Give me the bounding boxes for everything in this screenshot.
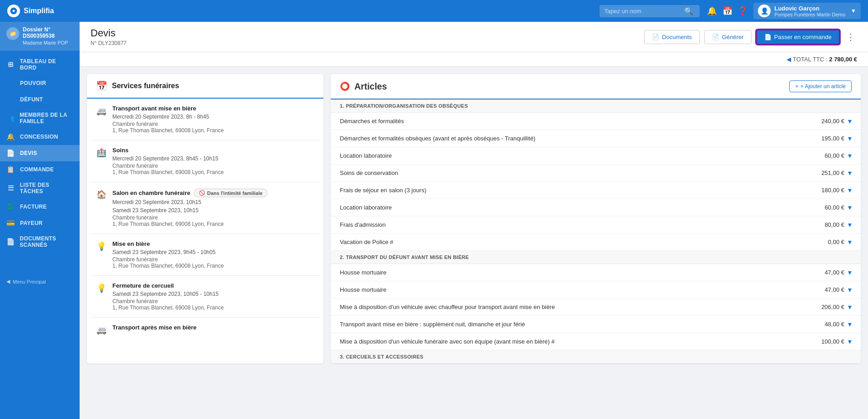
sidebar-item-tableau-de-bord[interactable]: ⊞ Tableau De Bord [0, 54, 80, 75]
notifications-icon[interactable]: 🔔 [707, 6, 717, 16]
service-title: Transport après mise en bière [112, 324, 197, 331]
chevron-down-icon[interactable]: ▾ [848, 337, 852, 346]
sidebar-item-defunt[interactable]: 👤 Défunt [0, 91, 80, 108]
total-bar: ◀ TOTAL TTC : 2 780,00 € [80, 52, 868, 67]
chevron-left-icon: ◀ [6, 279, 10, 284]
person-icon: 👤 [6, 79, 15, 87]
chevron-down-icon[interactable]: ▾ [848, 303, 852, 311]
sidebar-item-payeur[interactable]: 💳 Payeur [0, 215, 80, 231]
service-location: Chambre funéraire1, Rue Thomas Blanchet,… [112, 214, 267, 227]
chevron-down-icon[interactable]: ▾ [848, 285, 852, 294]
article-row: Mise à disposition d'un véhicule avec ch… [331, 299, 861, 316]
service-title: Transport avant mise en bière [112, 105, 224, 112]
sidebar-item-label: Commande [20, 166, 54, 173]
service-item: 🏥 Soins Mercredi 20 Septembre 2023, 8h45… [91, 140, 320, 182]
navbar: Simplifia 🔍 🔔 📅 ❓ 👤 Ludovic Garçon Pompe… [0, 0, 868, 22]
articles-panel-title: Articles [354, 81, 387, 92]
service-title: Soins [112, 147, 224, 154]
article-row: Vacation de Police # 0,00 € ▾ [331, 234, 861, 251]
person-icon: 👤 [6, 95, 15, 104]
sidebar-item-devis[interactable]: 📄 Devis [0, 145, 80, 161]
service-item: 🚐 Transport après mise en bière [91, 318, 320, 341]
service-item: 🏠 Salon en chambre funéraire 🚫 Dans l'in… [91, 182, 320, 234]
chevron-down-icon[interactable]: ▾ [848, 169, 852, 177]
grid-icon: ⊞ [6, 60, 15, 69]
menu-principal-label: Menu Principal [13, 279, 46, 284]
chevron-down-icon[interactable]: ▾ [848, 320, 852, 329]
soins-icon: 🏥 [96, 148, 107, 158]
chevron-down-icon[interactable]: ▾ [848, 203, 852, 212]
total-arrow-icon: ◀ [787, 56, 791, 63]
tasks-icon: ☰ [6, 184, 15, 192]
avatar: 👤 [758, 5, 771, 17]
app-name: Simplifia [24, 7, 54, 15]
chevron-down-icon[interactable]: ▾ [848, 134, 852, 143]
salon-icon: 🏠 [96, 190, 107, 200]
documents-button[interactable]: 📄 Documents [644, 30, 700, 44]
transport-apres-icon: 🚐 [96, 325, 107, 335]
services-panel: 📅 Services funéraires 🚐 Transport avant … [87, 74, 323, 364]
dossier-name: Madame Marie POP [23, 40, 73, 45]
sidebar-item-pouvoir[interactable]: 👤 Pouvoir [0, 75, 80, 91]
chevron-down-icon[interactable]: ▾ [848, 238, 852, 246]
cart-icon: 📄 [764, 34, 772, 40]
sidebar-item-membres-famille[interactable]: 👥 Membres De La Famille [0, 108, 80, 129]
page-header-left: Devis N° DLY230877 [91, 27, 126, 46]
app-logo[interactable]: Simplifia [7, 5, 54, 17]
help-icon[interactable]: ❓ [738, 6, 748, 16]
sidebar-menu-principal[interactable]: ◀ Menu Principal [6, 279, 80, 284]
chevron-down-icon[interactable]: ▾ [848, 117, 852, 125]
calendar-icon[interactable]: 📅 [722, 6, 732, 16]
bell-icon: 🔔 [6, 133, 15, 141]
search-icon: 🔍 [684, 7, 693, 15]
sidebar-item-facture[interactable]: 💲 Facture [0, 199, 80, 215]
total-label: TOTAL TTC : [793, 56, 828, 63]
sidebar-item-concession[interactable]: 🔔 Concession [0, 129, 80, 145]
navbar-icons: 🔔 📅 ❓ [707, 6, 748, 16]
service-item: 🚐 Transport avant mise en bière Mercredi… [91, 99, 320, 140]
sidebar-item-label: Documents Scannés [20, 235, 73, 248]
sidebar-item-label: Pouvoir [20, 80, 46, 86]
passer-commande-button[interactable]: 📄 Passer en commande [756, 30, 840, 45]
chevron-down-icon[interactable]: ▾ [848, 151, 852, 160]
chevron-down-icon[interactable]: ▾ [848, 220, 852, 229]
articles-icon: ⭕ [340, 81, 350, 91]
article-row: Mise à disposition d'un véhicule funérai… [331, 333, 861, 350]
people-icon: 👥 [6, 114, 15, 122]
sidebar-dossier[interactable]: 📁 Dossier N° DS00359538 Madame Marie POP [0, 22, 80, 50]
sidebar-item-label: Membres De La Famille [20, 112, 73, 125]
card-icon: 💳 [6, 219, 15, 227]
service-item: 💡 Mise en bière Samedi 23 Septembre 2023… [91, 234, 320, 276]
sidebar-item-liste-taches[interactable]: ☰ Liste Des Tâches [0, 178, 80, 199]
sidebar-item-label: Tableau De Bord [20, 58, 73, 71]
app-logo-icon [7, 5, 20, 17]
page-subtitle: N° DLY230877 [91, 40, 126, 46]
generer-button[interactable]: 📄 Générer [704, 30, 752, 44]
sidebar-item-label: Liste Des Tâches [20, 182, 73, 195]
search-bar[interactable]: 🔍 [600, 5, 700, 17]
chevron-down-icon[interactable]: ▾ [848, 186, 852, 195]
sidebar-item-documents-scannes[interactable]: 📄 Documents Scannés [0, 231, 80, 252]
add-article-button[interactable]: + + Ajouter un article [789, 80, 852, 92]
search-input[interactable] [604, 8, 681, 15]
service-date: Samedi 23 Septembre 2023, 10h05 - 10h15 [112, 291, 224, 297]
page-title: Devis [91, 27, 126, 39]
biere-icon: 💡 [96, 241, 107, 251]
article-row: Transport avant mise en bière : suppléme… [331, 316, 861, 333]
scan-icon: 📄 [6, 238, 15, 246]
content-area: 📅 Services funéraires 🚐 Transport avant … [80, 67, 868, 371]
doc-icon: 📄 [652, 34, 659, 40]
service-date: Mercredi 20 Septembre 2023, 8h - 8h45 [112, 114, 224, 120]
dollar-icon: 💲 [6, 203, 15, 211]
more-options-button[interactable]: ⋮ [844, 30, 857, 44]
article-row: Housse mortuaire 47,00 € ▾ [331, 281, 861, 299]
services-list: 🚐 Transport avant mise en bière Mercredi… [87, 99, 323, 341]
main-content: Devis N° DLY230877 📄 Documents 📄 Générer… [80, 22, 868, 419]
sidebar-item-commande[interactable]: 📋 Commande [0, 161, 80, 178]
services-icon: 📅 [96, 80, 107, 91]
user-menu[interactable]: 👤 Ludovic Garçon Pompes Funèbres Martin … [753, 3, 861, 19]
articles-panel-header: ⭕ Articles + + Ajouter un article [331, 74, 861, 100]
chevron-down-icon[interactable]: ▾ [848, 268, 852, 277]
service-date: Mercredi 20 Septembre 2023, 8h45 - 10h15 [112, 155, 224, 162]
service-date: Samedi 23 Septembre 2023, 9h45 - 10h05 [112, 249, 224, 255]
